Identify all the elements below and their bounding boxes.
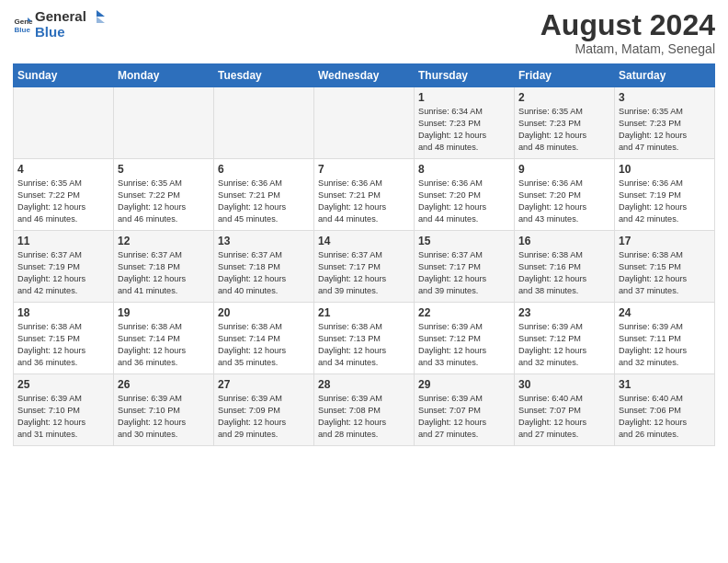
day-number: 21 — [318, 305, 410, 320]
svg-marker-2 — [97, 10, 105, 17]
month-year: August 2024 — [540, 9, 715, 41]
calendar-cell: 15Sunrise: 6:37 AMSunset: 7:17 PMDayligh… — [415, 231, 515, 303]
cell-info: Sunrise: 6:38 AMSunset: 7:13 PMDaylight:… — [318, 322, 386, 366]
day-number: 23 — [518, 305, 610, 320]
day-number: 22 — [418, 305, 510, 320]
day-number: 25 — [17, 377, 109, 392]
weekday-header-tuesday: Tuesday — [214, 64, 314, 87]
cell-info: Sunrise: 6:39 AMSunset: 7:10 PMDaylight:… — [118, 394, 186, 438]
logo-wing-icon — [88, 10, 105, 23]
calendar-cell: 13Sunrise: 6:37 AMSunset: 7:18 PMDayligh… — [214, 231, 314, 303]
calendar-cell: 19Sunrise: 6:38 AMSunset: 7:14 PMDayligh… — [114, 303, 214, 374]
day-number: 11 — [17, 234, 109, 248]
day-number: 18 — [17, 305, 109, 320]
calendar-cell: 4Sunrise: 6:35 AMSunset: 7:22 PMDaylight… — [14, 159, 114, 231]
logo: General Blue General Blue — [13, 9, 105, 40]
cell-info: Sunrise: 6:36 AMSunset: 7:20 PMDaylight:… — [518, 178, 586, 223]
logo-general: General — [35, 9, 105, 25]
cell-info: Sunrise: 6:38 AMSunset: 7:15 PMDaylight:… — [619, 250, 687, 294]
calendar-cell: 1Sunrise: 6:34 AMSunset: 7:23 PMDaylight… — [415, 87, 515, 159]
cell-info: Sunrise: 6:38 AMSunset: 7:14 PMDaylight:… — [118, 322, 186, 366]
weekday-header-friday: Friday — [515, 64, 615, 87]
cell-info: Sunrise: 6:39 AMSunset: 7:07 PMDaylight:… — [418, 394, 486, 438]
location: Matam, Matam, Senegal — [540, 41, 715, 56]
svg-text:General: General — [14, 17, 33, 26]
cell-info: Sunrise: 6:39 AMSunset: 7:12 PMDaylight:… — [418, 322, 486, 366]
cell-info: Sunrise: 6:35 AMSunset: 7:23 PMDaylight:… — [619, 107, 687, 151]
day-number: 10 — [619, 162, 711, 177]
weekday-header-monday: Monday — [114, 64, 214, 87]
calendar-cell: 25Sunrise: 6:39 AMSunset: 7:10 PMDayligh… — [14, 374, 114, 446]
cell-info: Sunrise: 6:37 AMSunset: 7:18 PMDaylight:… — [118, 250, 186, 294]
week-row-4: 18Sunrise: 6:38 AMSunset: 7:15 PMDayligh… — [14, 303, 715, 374]
logo-blue: Blue — [35, 25, 105, 40]
calendar-cell: 5Sunrise: 6:35 AMSunset: 7:22 PMDaylight… — [114, 159, 214, 231]
day-number: 19 — [118, 305, 210, 320]
cell-info: Sunrise: 6:36 AMSunset: 7:20 PMDaylight:… — [418, 178, 486, 223]
day-number: 15 — [418, 234, 510, 248]
calendar-cell — [314, 87, 415, 159]
cell-info: Sunrise: 6:40 AMSunset: 7:06 PMDaylight:… — [619, 394, 687, 438]
cell-info: Sunrise: 6:36 AMSunset: 7:21 PMDaylight:… — [218, 178, 286, 223]
day-number: 30 — [518, 377, 610, 392]
day-number: 9 — [518, 162, 610, 177]
weekday-header-saturday: Saturday — [615, 64, 715, 87]
calendar-cell: 30Sunrise: 6:40 AMSunset: 7:07 PMDayligh… — [515, 374, 615, 446]
header: General Blue General Blue August 2024 Ma… — [13, 9, 715, 56]
calendar-cell: 22Sunrise: 6:39 AMSunset: 7:12 PMDayligh… — [415, 303, 515, 374]
calendar-cell: 31Sunrise: 6:40 AMSunset: 7:06 PMDayligh… — [615, 374, 715, 446]
day-number: 1 — [418, 90, 510, 105]
day-number: 28 — [318, 377, 410, 392]
calendar-cell: 9Sunrise: 6:36 AMSunset: 7:20 PMDaylight… — [515, 159, 615, 231]
calendar-cell — [114, 87, 214, 159]
calendar-cell: 14Sunrise: 6:37 AMSunset: 7:17 PMDayligh… — [314, 231, 415, 303]
calendar-cell: 2Sunrise: 6:35 AMSunset: 7:23 PMDaylight… — [515, 87, 615, 159]
weekday-header-sunday: Sunday — [14, 64, 114, 87]
day-number: 3 — [619, 90, 711, 105]
week-row-1: 1Sunrise: 6:34 AMSunset: 7:23 PMDaylight… — [14, 87, 715, 159]
week-row-2: 4Sunrise: 6:35 AMSunset: 7:22 PMDaylight… — [14, 159, 715, 231]
calendar-cell: 7Sunrise: 6:36 AMSunset: 7:21 PMDaylight… — [314, 159, 415, 231]
calendar-cell: 27Sunrise: 6:39 AMSunset: 7:09 PMDayligh… — [214, 374, 314, 446]
calendar-cell: 6Sunrise: 6:36 AMSunset: 7:21 PMDaylight… — [214, 159, 314, 231]
calendar-cell: 18Sunrise: 6:38 AMSunset: 7:15 PMDayligh… — [14, 303, 114, 374]
cell-info: Sunrise: 6:39 AMSunset: 7:09 PMDaylight:… — [218, 394, 286, 438]
title-block: August 2024 Matam, Matam, Senegal — [540, 9, 715, 56]
cell-info: Sunrise: 6:36 AMSunset: 7:19 PMDaylight:… — [619, 178, 687, 223]
svg-text:Blue: Blue — [14, 26, 30, 34]
day-number: 20 — [218, 305, 310, 320]
weekday-header-wednesday: Wednesday — [314, 64, 415, 87]
page-container: General Blue General Blue August 2024 Ma… — [0, 0, 728, 454]
cell-info: Sunrise: 6:35 AMSunset: 7:23 PMDaylight:… — [518, 107, 586, 151]
day-number: 13 — [218, 234, 310, 248]
calendar-table: SundayMondayTuesdayWednesdayThursdayFrid… — [13, 63, 715, 446]
cell-info: Sunrise: 6:39 AMSunset: 7:11 PMDaylight:… — [619, 322, 687, 366]
weekday-header-thursday: Thursday — [415, 64, 515, 87]
calendar-cell: 29Sunrise: 6:39 AMSunset: 7:07 PMDayligh… — [415, 374, 515, 446]
day-number: 29 — [418, 377, 510, 392]
day-number: 4 — [17, 162, 109, 177]
day-number: 8 — [418, 162, 510, 177]
cell-info: Sunrise: 6:37 AMSunset: 7:17 PMDaylight:… — [318, 250, 386, 294]
weekday-header-row: SundayMondayTuesdayWednesdayThursdayFrid… — [14, 64, 715, 87]
week-row-5: 25Sunrise: 6:39 AMSunset: 7:10 PMDayligh… — [14, 374, 715, 446]
cell-info: Sunrise: 6:39 AMSunset: 7:10 PMDaylight:… — [17, 394, 85, 438]
calendar-cell: 10Sunrise: 6:36 AMSunset: 7:19 PMDayligh… — [615, 159, 715, 231]
cell-info: Sunrise: 6:39 AMSunset: 7:08 PMDaylight:… — [318, 394, 386, 438]
day-number: 6 — [218, 162, 310, 177]
day-number: 14 — [318, 234, 410, 248]
cell-info: Sunrise: 6:38 AMSunset: 7:16 PMDaylight:… — [518, 250, 586, 294]
cell-info: Sunrise: 6:34 AMSunset: 7:23 PMDaylight:… — [418, 107, 486, 151]
day-number: 24 — [619, 305, 711, 320]
cell-info: Sunrise: 6:40 AMSunset: 7:07 PMDaylight:… — [518, 394, 586, 438]
calendar-cell: 16Sunrise: 6:38 AMSunset: 7:16 PMDayligh… — [515, 231, 615, 303]
day-number: 12 — [118, 234, 210, 248]
cell-info: Sunrise: 6:35 AMSunset: 7:22 PMDaylight:… — [118, 178, 186, 223]
calendar-cell: 24Sunrise: 6:39 AMSunset: 7:11 PMDayligh… — [615, 303, 715, 374]
day-number: 16 — [518, 234, 610, 248]
day-number: 31 — [619, 377, 711, 392]
cell-info: Sunrise: 6:39 AMSunset: 7:12 PMDaylight:… — [518, 322, 586, 366]
cell-info: Sunrise: 6:36 AMSunset: 7:21 PMDaylight:… — [318, 178, 386, 223]
day-number: 26 — [118, 377, 210, 392]
calendar-cell: 28Sunrise: 6:39 AMSunset: 7:08 PMDayligh… — [314, 374, 415, 446]
